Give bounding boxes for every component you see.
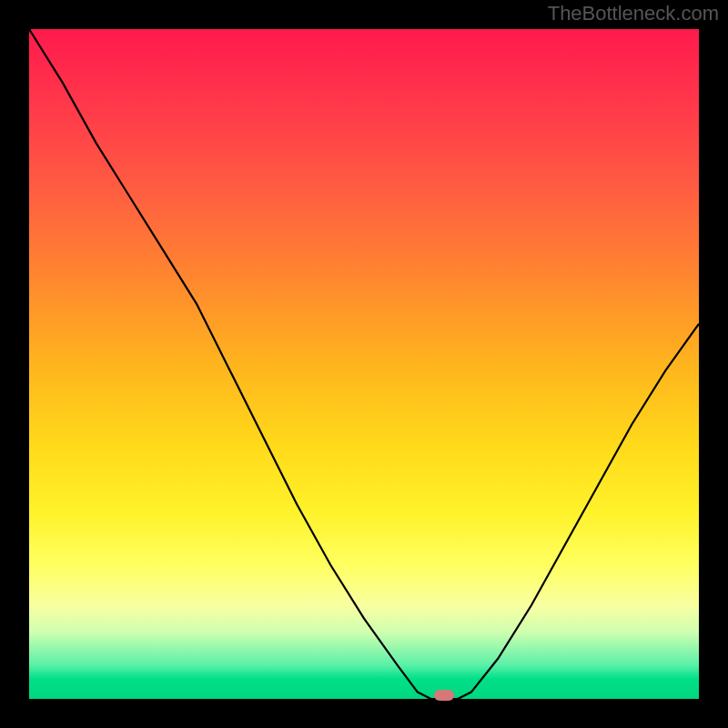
chart-plot-area xyxy=(29,29,699,699)
bottleneck-curve-path xyxy=(29,29,699,699)
optimal-point-marker xyxy=(434,690,454,701)
watermark-label: TheBottleneck.com xyxy=(548,2,719,25)
bottleneck-curve-svg xyxy=(29,29,699,699)
